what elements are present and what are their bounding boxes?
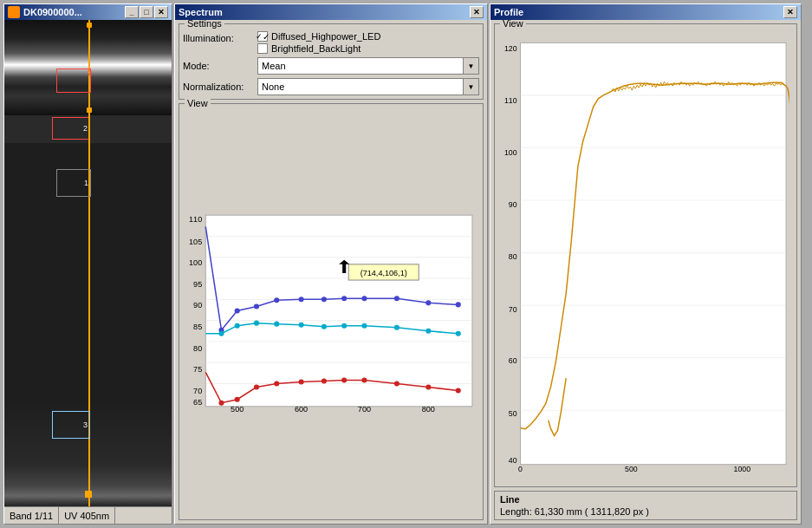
svg-text:110: 110	[504, 96, 517, 105]
profile-view-group: View 120 110 100 90 80 70 60 50 40	[494, 23, 797, 487]
line-info: Line Length: 61,330 mm ( 1311,820 px )	[494, 491, 797, 520]
profile-close-button[interactable]: ✕	[783, 6, 797, 18]
svg-text:80: 80	[509, 252, 517, 261]
spectrum-title-bar: Spectrum ✕	[175, 4, 487, 20]
svg-point-27	[299, 297, 304, 302]
mode-row: Mode: Mean ▼	[183, 57, 479, 75]
profile-title: Profile	[494, 7, 780, 17]
normalization-row: Normalization: None ▼	[183, 78, 479, 95]
close-button[interactable]: ✕	[154, 6, 168, 18]
diffused-label: Diffused_Highpower_LED	[271, 31, 380, 42]
svg-text:60: 60	[509, 356, 517, 365]
normalization-dropdown-arrow: ▼	[463, 79, 478, 95]
illumination-row: Illumination: ✓ Diffused_Highpower_LED B…	[183, 31, 479, 54]
svg-point-44	[456, 331, 461, 336]
illumination-option-2: Brightfield_BackLight	[257, 43, 380, 54]
image-area: 2 2 1 3	[4, 20, 172, 506]
illumination-label: Illumination:	[183, 31, 252, 43]
line-marker-bottom	[87, 108, 92, 113]
mode-dropdown[interactable]: Mean ▼	[257, 57, 479, 75]
brightfield-label: Brightfield_BackLight	[271, 43, 361, 54]
svg-point-28	[322, 297, 327, 302]
svg-point-25	[254, 303, 259, 309]
svg-text:65: 65	[193, 398, 202, 407]
spectrum-title: Spectrum	[179, 7, 466, 17]
minimize-button[interactable]: _	[125, 6, 139, 18]
length-label: Length:	[500, 506, 535, 517]
svg-point-24	[235, 308, 240, 313]
svg-point-45	[218, 401, 224, 406]
svg-point-50	[322, 378, 327, 383]
svg-text:120: 120	[504, 44, 517, 53]
svg-point-31	[394, 296, 400, 301]
svg-point-41	[361, 323, 367, 329]
spectrum-chart-container[interactable]: 110 105 100 95 90 85 80 75 70 65	[186, 113, 476, 512]
profile-window-controls: ✕	[783, 6, 797, 18]
svg-point-48	[274, 381, 279, 386]
mode-label: Mode:	[183, 61, 252, 71]
status-bar: Band 1/11 UV 405nm	[4, 506, 172, 524]
svg-text:110: 110	[189, 215, 202, 224]
svg-point-46	[235, 397, 240, 402]
svg-point-26	[274, 297, 279, 303]
normalization-label: Normalization:	[183, 81, 252, 92]
v-line-mid	[88, 115, 90, 143]
svg-point-29	[341, 296, 347, 301]
profile-chart: 120 110 100 90 80 70 60 50 40	[502, 31, 789, 479]
svg-text:100: 100	[504, 148, 517, 157]
svg-text:40: 40	[509, 456, 517, 465]
app-icon	[8, 6, 20, 18]
svg-point-43	[425, 329, 431, 334]
left-title: DK0900000...	[23, 7, 121, 17]
length-mm: 61,330 mm	[535, 506, 582, 517]
wavelength-info: UV 405nm	[59, 507, 115, 524]
svg-rect-68	[520, 42, 786, 464]
profile-view-label: View	[500, 20, 526, 29]
svg-point-36	[254, 321, 259, 326]
line-length: Length: 61,330 mm ( 1311,820 px )	[500, 506, 791, 517]
normalization-value: None	[262, 81, 284, 92]
spectrum-view-group: View 110 105 100 95 90 85 80 75 70 65	[179, 103, 484, 520]
profile-chart-container[interactable]: 120 110 100 90 80 70 60 50 40	[502, 31, 789, 479]
profile-panel: Profile ✕ View 120 110 100 90 80 70 60 5…	[490, 3, 802, 525]
roi-box-1: 1	[56, 169, 91, 197]
svg-point-52	[361, 377, 367, 382]
profile-title-bar: Profile ✕	[490, 4, 801, 20]
svg-point-42	[394, 325, 400, 330]
svg-point-55	[456, 388, 461, 394]
length-separator: (	[585, 506, 588, 517]
illumination-option-1: ✓ Diffused_Highpower_LED	[257, 31, 380, 42]
roi-box-2: 2	[52, 117, 90, 140]
svg-point-40	[341, 323, 347, 329]
spectrum-chart: 110 105 100 95 90 85 80 75 70 65	[186, 113, 476, 512]
checkbox-diffused[interactable]: ✓	[257, 31, 268, 42]
checkbox-brightfield[interactable]	[257, 43, 268, 54]
mode-dropdown-arrow: ▼	[463, 58, 478, 74]
svg-point-33	[456, 302, 461, 307]
svg-point-32	[425, 300, 431, 305]
settings-grid: Illumination: ✓ Diffused_Highpower_LED B…	[183, 28, 479, 95]
normalization-dropdown[interactable]: None ▼	[257, 78, 479, 95]
svg-text:95: 95	[193, 280, 202, 289]
line-marker-top	[87, 23, 92, 28]
svg-point-37	[274, 322, 279, 327]
svg-text:700: 700	[358, 405, 371, 414]
svg-text:1000: 1000	[734, 465, 751, 473]
maximize-button[interactable]: □	[140, 6, 153, 18]
svg-point-49	[299, 379, 304, 384]
left-window-controls: _ □ ✕	[125, 6, 168, 18]
svg-text:500: 500	[231, 405, 244, 414]
profile-content: View 120 110 100 90 80 70 60 50 40	[490, 20, 801, 524]
left-panel: DK0900000... _ □ ✕ 2 2	[3, 3, 172, 525]
svg-text:500: 500	[625, 465, 638, 473]
left-title-bar: DK0900000... _ □ ✕	[4, 4, 172, 20]
settings-group: Settings Illumination: ✓ Diffused_Highpo…	[179, 23, 484, 100]
svg-text:75: 75	[193, 365, 202, 374]
svg-text:0: 0	[518, 465, 523, 473]
svg-text:800: 800	[422, 405, 435, 414]
spectrum-close-button[interactable]: ✕	[470, 6, 484, 18]
svg-text:90: 90	[193, 301, 202, 310]
svg-text:70: 70	[193, 387, 202, 395]
svg-text:90: 90	[509, 200, 517, 209]
svg-text:85: 85	[193, 323, 202, 331]
